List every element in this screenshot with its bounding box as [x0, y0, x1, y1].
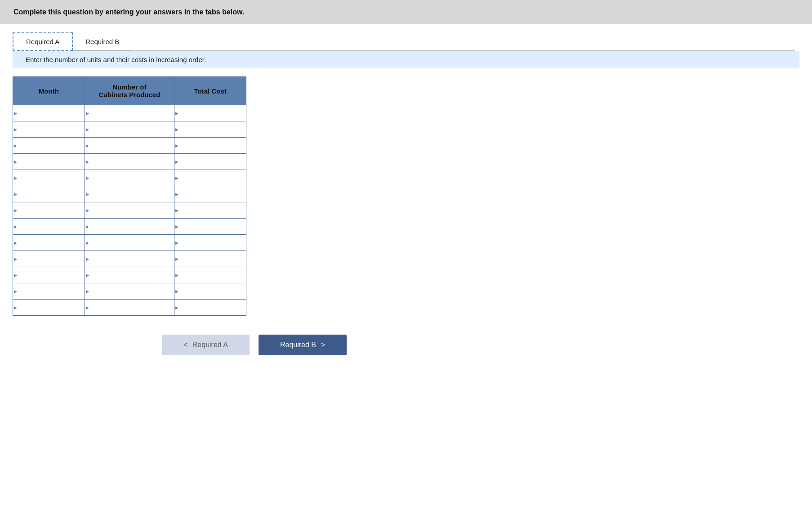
table-row: ▶▶▶	[13, 170, 246, 186]
input-month-2[interactable]	[13, 138, 85, 153]
input-cabinets-1[interactable]	[85, 121, 174, 137]
cell-cost-5: ▶	[174, 186, 246, 202]
input-cabinets-10[interactable]	[85, 267, 174, 283]
prev-button[interactable]: < Required A	[162, 335, 250, 355]
input-cost-0[interactable]	[174, 105, 246, 121]
input-cost-11[interactable]	[174, 283, 246, 299]
cell-month-5: ▶	[13, 186, 85, 202]
cell-cost-1: ▶	[174, 121, 246, 138]
input-cost-4[interactable]	[174, 170, 246, 186]
input-cost-10[interactable]	[174, 267, 246, 283]
data-table: Month Number ofCabinets Produced Total C…	[13, 76, 246, 316]
cell-month-7: ▶	[13, 219, 85, 235]
input-month-8[interactable]	[13, 235, 85, 251]
cell-cost-2: ▶	[174, 138, 246, 154]
input-cost-5[interactable]	[174, 186, 246, 202]
cell-month-8: ▶	[13, 235, 85, 251]
table-row: ▶▶▶	[13, 283, 246, 300]
footer-buttons: < Required A Required B >	[162, 335, 812, 355]
next-icon: >	[321, 341, 325, 349]
cell-month-9: ▶	[13, 251, 85, 267]
cell-cabinets-7: ▶	[85, 219, 174, 235]
cell-month-1: ▶	[13, 121, 85, 138]
instruction-text: Complete this question by entering your …	[13, 8, 244, 16]
input-cabinets-0[interactable]	[85, 105, 174, 121]
input-cabinets-5[interactable]	[85, 186, 174, 202]
cell-cabinets-3: ▶	[85, 154, 174, 170]
instruction-banner: Complete this question by entering your …	[0, 0, 812, 24]
cell-cabinets-11: ▶	[85, 283, 174, 300]
input-month-6[interactable]	[13, 202, 85, 218]
input-month-4[interactable]	[13, 170, 85, 186]
table-row: ▶▶▶	[13, 138, 246, 154]
cell-month-0: ▶	[13, 105, 85, 121]
input-month-1[interactable]	[13, 121, 85, 137]
cell-cabinets-9: ▶	[85, 251, 174, 267]
cell-month-11: ▶	[13, 283, 85, 300]
next-button[interactable]: Required B >	[259, 335, 347, 355]
input-cabinets-9[interactable]	[85, 251, 174, 267]
input-cost-1[interactable]	[174, 121, 246, 137]
cell-cabinets-4: ▶	[85, 170, 174, 186]
tab-required-b[interactable]: Required B	[73, 33, 132, 50]
info-bar: Enter the number of units and their cost…	[13, 51, 799, 68]
input-month-10[interactable]	[13, 267, 85, 283]
input-month-11[interactable]	[13, 283, 85, 299]
input-cost-6[interactable]	[174, 202, 246, 218]
cell-month-6: ▶	[13, 202, 85, 219]
input-cabinets-3[interactable]	[85, 154, 174, 170]
col-header-cabinets: Number ofCabinets Produced	[85, 77, 174, 105]
table-row: ▶▶▶	[13, 121, 246, 138]
input-cabinets-12[interactable]	[85, 300, 174, 315]
col-header-cost: Total Cost	[174, 77, 246, 105]
cell-cost-6: ▶	[174, 202, 246, 219]
table-row: ▶▶▶	[13, 186, 246, 202]
cell-cost-4: ▶	[174, 170, 246, 186]
cell-cost-10: ▶	[174, 267, 246, 283]
cell-month-2: ▶	[13, 138, 85, 154]
cell-cabinets-6: ▶	[85, 202, 174, 219]
cell-month-4: ▶	[13, 170, 85, 186]
input-cabinets-2[interactable]	[85, 138, 174, 153]
cell-cabinets-5: ▶	[85, 186, 174, 202]
input-cost-8[interactable]	[174, 235, 246, 251]
input-month-3[interactable]	[13, 154, 85, 170]
table-row: ▶▶▶	[13, 105, 246, 121]
cell-cost-8: ▶	[174, 235, 246, 251]
input-cost-12[interactable]	[174, 300, 246, 315]
table-row: ▶▶▶	[13, 267, 246, 283]
input-month-9[interactable]	[13, 251, 85, 267]
table-row: ▶▶▶	[13, 219, 246, 235]
input-month-7[interactable]	[13, 219, 85, 234]
input-month-0[interactable]	[13, 105, 85, 121]
table-row: ▶▶▶	[13, 235, 246, 251]
input-cost-7[interactable]	[174, 219, 246, 234]
cell-cabinets-12: ▶	[85, 300, 174, 316]
cell-cabinets-8: ▶	[85, 235, 174, 251]
input-cost-2[interactable]	[174, 138, 246, 153]
input-month-12[interactable]	[13, 300, 85, 315]
input-cabinets-7[interactable]	[85, 219, 174, 234]
table-row: ▶▶▶	[13, 202, 246, 219]
cell-cost-3: ▶	[174, 154, 246, 170]
table-row: ▶▶▶	[13, 300, 246, 316]
cell-month-12: ▶	[13, 300, 85, 316]
prev-icon: <	[183, 341, 187, 349]
input-cabinets-4[interactable]	[85, 170, 174, 186]
cell-cost-9: ▶	[174, 251, 246, 267]
table-row: ▶▶▶	[13, 154, 246, 170]
cell-cabinets-10: ▶	[85, 267, 174, 283]
content-area: Month Number ofCabinets Produced Total C…	[0, 68, 812, 324]
col-header-month: Month	[13, 77, 85, 105]
tab-required-a[interactable]: Required A	[13, 32, 73, 51]
cell-cabinets-1: ▶	[85, 121, 174, 138]
input-month-5[interactable]	[13, 186, 85, 202]
input-cabinets-11[interactable]	[85, 283, 174, 299]
cell-cost-11: ▶	[174, 283, 246, 300]
cell-cost-7: ▶	[174, 219, 246, 235]
input-cost-9[interactable]	[174, 251, 246, 267]
table-row: ▶▶▶	[13, 251, 246, 267]
input-cabinets-6[interactable]	[85, 202, 174, 218]
input-cost-3[interactable]	[174, 154, 246, 170]
input-cabinets-8[interactable]	[85, 235, 174, 251]
